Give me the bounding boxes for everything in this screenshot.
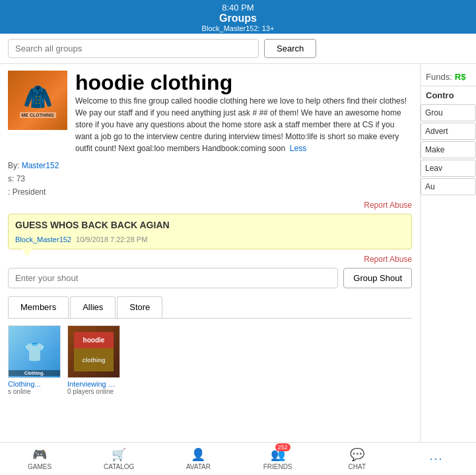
nav-avatar[interactable]: 👤 AVATAR bbox=[158, 447, 238, 470]
user-rank: : President bbox=[8, 187, 412, 197]
robux-value: R$ bbox=[455, 72, 466, 82]
tabs: Members Allies Store bbox=[8, 296, 412, 319]
group-description: Welcome to this fine group called hoodie… bbox=[75, 95, 412, 154]
search-input[interactable] bbox=[8, 39, 259, 58]
nav-friends-label: FRIENDS bbox=[263, 463, 292, 470]
store-item-info-1: s online bbox=[8, 388, 61, 395]
shout-arrow bbox=[22, 249, 32, 257]
catalog-icon: 🛒 bbox=[112, 447, 126, 462]
controls-label: Contro bbox=[421, 86, 476, 103]
nav-avatar-label: AVATAR bbox=[186, 463, 211, 470]
list-item: 👕 Clothing. Clothing... s online bbox=[8, 325, 61, 395]
bottom-nav: 🎮 GAMES 🛒 CATALOG 👤 AVATAR 👥 252 FRIENDS… bbox=[0, 442, 476, 475]
logo-text: ME CLOTHING bbox=[20, 112, 56, 118]
main-layout: 🧥 ME CLOTHING hoodie clothing Welcome to… bbox=[0, 64, 476, 447]
tab-store[interactable]: Store bbox=[117, 296, 162, 318]
nav-chat[interactable]: 💬 CHAT bbox=[318, 447, 397, 470]
group-control-btn-2[interactable]: Advert bbox=[421, 123, 476, 140]
shout-box: GUESS WHOS BACK BACK AGIAN Block_Master1… bbox=[8, 214, 412, 249]
members-count: s: 73 bbox=[8, 174, 412, 183]
report-abuse-button[interactable]: Report Abuse bbox=[8, 201, 412, 210]
store-item-info-2: 0 players online bbox=[67, 388, 120, 395]
nav-chat-label: CHAT bbox=[349, 463, 366, 470]
group-control-btn-5[interactable]: Au bbox=[421, 178, 476, 195]
more-icon: ··· bbox=[429, 452, 443, 466]
tab-members[interactable]: Members bbox=[8, 296, 69, 318]
store-item-name-2[interactable]: Interviewing Ce... bbox=[67, 380, 120, 388]
group-control-btn-1[interactable]: Grou bbox=[421, 104, 476, 121]
group-shout-button[interactable]: Group Shout bbox=[343, 268, 412, 288]
shout-report-abuse[interactable]: Report Abuse bbox=[8, 255, 412, 264]
page-subtitle: Block_Master152: 13+ bbox=[0, 24, 476, 32]
right-sidebar: Funds: R$ Contro Grou Advert Make Leav A… bbox=[420, 64, 476, 447]
friends-badge: 252 bbox=[275, 443, 290, 451]
funds-bar: Funds: R$ bbox=[421, 68, 476, 86]
group-control-btn-4[interactable]: Leav bbox=[421, 160, 476, 177]
shout-input-row: Group Shout bbox=[8, 268, 412, 288]
shout-meta: Block_Master152 10/9/2018 7:22:28 PM bbox=[15, 236, 405, 243]
group-logo-inner: 🧥 ME CLOTHING bbox=[8, 71, 67, 130]
group-name: hoodie clothing bbox=[75, 71, 412, 95]
avatar-icon: 👤 bbox=[191, 447, 205, 462]
list-item: hoodie clothing Interviewing Ce... 0 pla… bbox=[67, 325, 120, 395]
shout-username[interactable]: Block_Master152 bbox=[15, 236, 71, 243]
nav-more[interactable]: ··· bbox=[397, 452, 476, 466]
nav-friends[interactable]: 👥 252 FRIENDS bbox=[238, 447, 318, 470]
shout-timestamp: 10/9/2018 7:22:28 PM bbox=[76, 236, 147, 243]
store-item-image-2: hoodie clothing bbox=[67, 325, 120, 378]
funds-label: Funds: bbox=[426, 72, 452, 82]
status-bar: 8:40 PM Groups Block_Master152: 13+ bbox=[0, 0, 476, 34]
owner-link[interactable]: Master152 bbox=[22, 161, 59, 170]
nav-games[interactable]: 🎮 GAMES bbox=[0, 447, 79, 470]
less-link[interactable]: Less bbox=[290, 144, 306, 153]
shout-input[interactable] bbox=[8, 268, 338, 288]
store-item-name-1[interactable]: Clothing... bbox=[8, 380, 61, 388]
status-time: 8:40 PM bbox=[0, 3, 476, 13]
store-grid: 👕 Clothing. Clothing... s online hoodie … bbox=[8, 325, 412, 395]
search-bar: Search bbox=[0, 34, 476, 64]
content-area: 🧥 ME CLOTHING hoodie clothing Welcome to… bbox=[0, 64, 420, 447]
store-item-image-1: 👕 Clothing. bbox=[8, 325, 61, 378]
tab-allies[interactable]: Allies bbox=[70, 296, 116, 318]
page-title: Groups bbox=[0, 13, 476, 24]
nav-games-label: GAMES bbox=[28, 463, 51, 470]
shout-message: GUESS WHOS BACK BACK AGIAN bbox=[15, 220, 170, 230]
games-icon: 🎮 bbox=[32, 447, 47, 462]
group-control-btn-3[interactable]: Make bbox=[421, 141, 476, 158]
group-logo: 🧥 ME CLOTHING bbox=[8, 71, 67, 130]
search-button[interactable]: Search bbox=[264, 39, 316, 58]
nav-catalog-label: CATALOG bbox=[104, 463, 134, 470]
nav-catalog[interactable]: 🛒 CATALOG bbox=[79, 447, 158, 470]
group-info: hoodie clothing Welcome to this fine gro… bbox=[75, 71, 412, 154]
meta-info: By: Master152 bbox=[8, 161, 412, 170]
chat-icon: 💬 bbox=[350, 447, 364, 462]
friends-badge-container: 👥 252 bbox=[271, 447, 285, 462]
group-header: 🧥 ME CLOTHING hoodie clothing Welcome to… bbox=[8, 71, 412, 154]
